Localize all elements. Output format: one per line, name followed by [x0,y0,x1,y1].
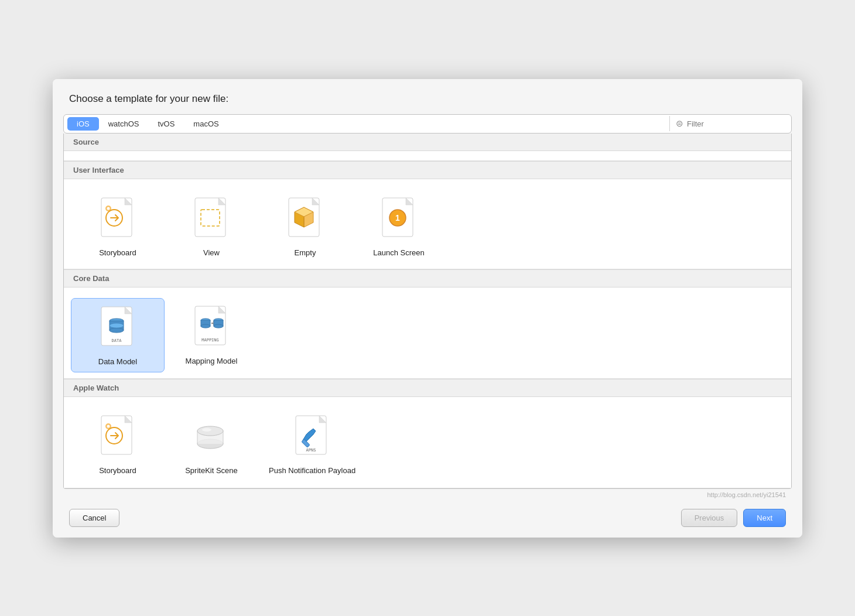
tab-ios[interactable]: iOS [67,117,99,131]
section-watch-grid: Storyboard SpriteKit Scene [64,397,791,488]
mapping-model-label: Mapping Model [186,357,238,365]
dialog-footer: Cancel Previous Next [53,501,802,538]
apns-icon: APNS [289,413,336,460]
template-data-model[interactable]: DATA Data Model [71,298,165,372]
template-watch-storyboard[interactable]: Storyboard [71,408,165,481]
data-model-icon: DATA [94,304,141,351]
data-model-label: Data Model [98,357,137,366]
view-icon [188,196,235,242]
svg-point-24 [110,323,124,328]
section-coredata-header: Core Data [64,269,791,288]
empty-icon [282,196,329,242]
apns-label: Push Notification Payload [269,466,355,475]
launch-screen-label: Launch Screen [373,248,424,257]
svg-point-5 [107,207,110,210]
tab-list: iOS watchOS tvOS macOS [64,115,669,133]
template-view[interactable]: View [165,190,258,263]
svg-point-40 [197,426,223,436]
glassbox-label: SpriteKit Scene [185,466,238,475]
footer-left: Cancel [69,509,119,527]
launch-screen-icon: 1 [375,196,422,242]
filter-area: ⊜ [669,116,791,131]
svg-point-38 [107,425,110,427]
svg-text:MAPPING: MAPPING [201,338,219,343]
storyboard-icon [94,196,141,242]
mapping-model-icon: MAPPING [188,304,235,351]
watch-storyboard-label: Storyboard [99,466,136,475]
svg-point-23 [110,328,124,333]
watch-storyboard-icon [94,413,141,460]
view-label: View [203,248,220,257]
storyboard-label: Storyboard [99,248,136,257]
dialog-body: iOS watchOS tvOS macOS ⊜ Source User Int… [53,114,802,489]
filter-input[interactable] [687,119,785,128]
filter-icon: ⊜ [676,118,683,129]
svg-point-41 [202,428,211,432]
section-source-header: Source [64,134,791,151]
svg-point-33 [214,324,223,328]
section-ui-header: User Interface [64,161,791,179]
section-coredata-grid: DATA Data Model [64,288,791,379]
template-storyboard[interactable]: Storyboard [71,190,165,263]
content-area: Source User Interface [63,134,792,489]
template-glassbox[interactable]: SpriteKit Scene [165,408,258,481]
section-watch-header: Apple Watch [64,379,791,397]
cancel-button[interactable]: Cancel [69,509,119,527]
main-dialog: Choose a template for your new file: iOS… [53,79,802,538]
dialog-header: Choose a template for your new file: [53,79,802,114]
template-apns[interactable]: APNS Push Notification Payload [258,408,366,481]
dialog-title: Choose a template for your new file: [69,93,786,105]
tab-macos[interactable]: macOS [184,117,228,131]
section-ui-grid: Storyboard View [64,179,791,269]
svg-text:DATA: DATA [112,338,122,343]
watermark: http://blog.csdn.net/yi21541 [53,489,802,501]
empty-label: Empty [295,248,316,257]
tab-watchos[interactable]: watchOS [99,117,149,131]
svg-point-30 [201,324,210,328]
svg-text:1: 1 [395,213,400,223]
template-launch-screen[interactable]: 1 Launch Screen [352,190,446,263]
tab-tvos[interactable]: tvOS [148,117,184,131]
section-source-grid [64,151,791,161]
template-mapping-model[interactable]: MAPPING Mapping Model [165,298,258,372]
platform-tab-bar: iOS watchOS tvOS macOS ⊜ [63,114,792,134]
next-button[interactable]: Next [743,509,786,527]
footer-right: Previous Next [681,509,786,527]
svg-text:APNS: APNS [306,448,316,453]
previous-button[interactable]: Previous [681,509,738,527]
glassbox-icon [188,413,235,460]
template-empty[interactable]: Empty [258,190,352,263]
